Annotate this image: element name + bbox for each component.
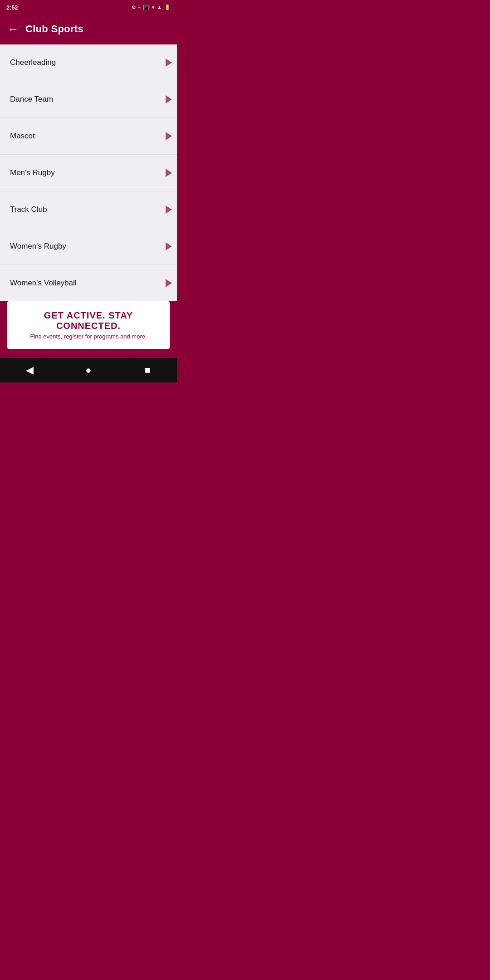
chevron-icon-dance-team bbox=[161, 91, 177, 108]
status-bar: 2:52 ⚙ ▪ 📳 ▾ ▲ 🔋 bbox=[0, 0, 177, 14]
list-item-mens-rugby[interactable]: Men's Rugby bbox=[0, 155, 177, 191]
page-title: Club Sports bbox=[25, 23, 83, 35]
chevron-icon-mascot bbox=[161, 128, 177, 144]
wifi-icon: ▾ bbox=[152, 5, 155, 10]
signal-icon: ▲ bbox=[157, 5, 162, 10]
list-item-womens-rugby[interactable]: Women's Rugby bbox=[0, 228, 177, 265]
list-item-track-club[interactable]: Track Club bbox=[0, 191, 177, 228]
list-item-label-mens-rugby: Men's Rugby bbox=[10, 168, 55, 177]
promo-banner: GET ACTIVE. STAY CONNECTED. Find events,… bbox=[7, 301, 170, 349]
list-item-label-dance-team: Dance Team bbox=[10, 95, 53, 104]
status-time: 2:52 bbox=[6, 4, 18, 11]
list-item-label-cheerleading: Cheerleading bbox=[10, 58, 56, 67]
back-button[interactable]: ← bbox=[7, 23, 19, 35]
chevron-triangle bbox=[166, 95, 172, 103]
list-item-label-womens-volleyball: Women's Volleyball bbox=[10, 279, 77, 288]
chevron-icon-womens-volleyball bbox=[161, 275, 177, 291]
background-area: GET ACTIVE. STAY CONNECTED. Find events,… bbox=[0, 301, 177, 358]
app-header: ← Club Sports bbox=[0, 14, 177, 44]
chevron-triangle bbox=[166, 59, 172, 67]
chevron-triangle bbox=[166, 132, 172, 140]
chevron-icon-mens-rugby bbox=[161, 165, 177, 181]
list-item-womens-volleyball[interactable]: Women's Volleyball bbox=[0, 265, 177, 301]
chevron-triangle bbox=[166, 242, 172, 250]
vibrate-icon: 📳 bbox=[142, 4, 150, 11]
chevron-triangle bbox=[166, 206, 172, 214]
banner-subtitle: Find events, register for programs and m… bbox=[15, 333, 162, 340]
nav-recent-button[interactable]: ■ bbox=[134, 360, 161, 380]
chevron-icon-cheerleading bbox=[161, 54, 177, 71]
bottom-navigation: ◀ ● ■ bbox=[0, 358, 177, 382]
chevron-icon-track-club bbox=[161, 201, 177, 218]
list-item-label-mascot: Mascot bbox=[10, 132, 35, 141]
chevron-icon-womens-rugby bbox=[161, 238, 177, 255]
nav-back-button[interactable]: ◀ bbox=[16, 360, 43, 380]
list-item-mascot[interactable]: Mascot bbox=[0, 118, 177, 155]
banner-title: GET ACTIVE. STAY CONNECTED. bbox=[15, 310, 162, 331]
storage-icon: ▪ bbox=[138, 5, 140, 10]
list-item-dance-team[interactable]: Dance Team bbox=[0, 81, 177, 118]
status-icons: ⚙ ▪ 📳 ▾ ▲ 🔋 bbox=[132, 4, 171, 11]
list-item-label-track-club: Track Club bbox=[10, 205, 47, 214]
settings-icon: ⚙ bbox=[132, 5, 136, 10]
battery-icon: 🔋 bbox=[164, 5, 171, 10]
list-item-cheerleading[interactable]: Cheerleading bbox=[0, 44, 177, 81]
chevron-triangle bbox=[166, 169, 172, 177]
list-item-label-womens-rugby: Women's Rugby bbox=[10, 242, 66, 251]
sports-list: CheerleadingDance TeamMascotMen's RugbyT… bbox=[0, 44, 177, 301]
chevron-triangle bbox=[166, 279, 172, 287]
nav-home-button[interactable]: ● bbox=[75, 360, 102, 380]
